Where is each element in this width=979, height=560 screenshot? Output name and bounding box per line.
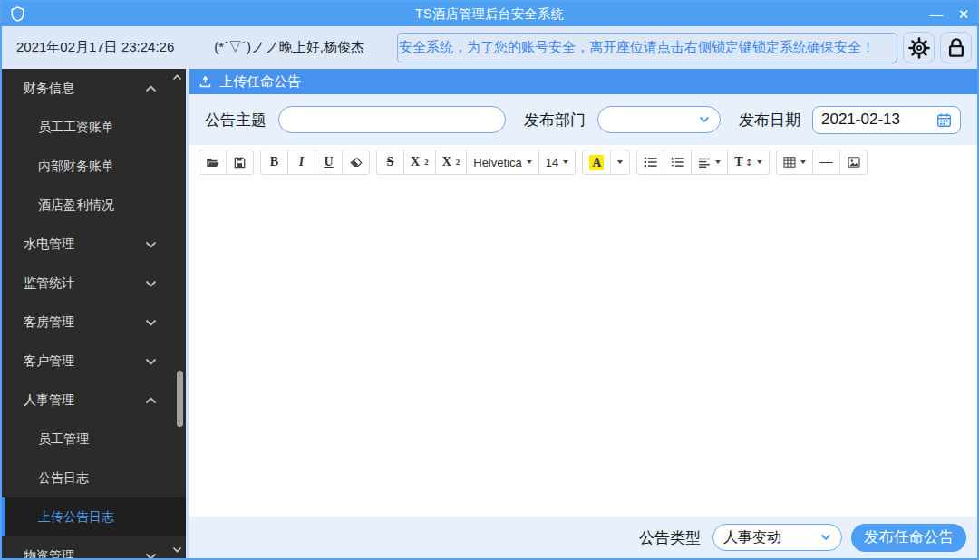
chevron-up-icon <box>145 397 157 404</box>
greeting-label: (*´▽`)ノノ晚上好,杨俊杰 <box>214 39 364 56</box>
footer-bar: 公告类型 人事变动 发布任命公告 <box>189 517 977 558</box>
caret-down-icon <box>617 160 623 164</box>
bold-button[interactable]: B <box>260 150 288 175</box>
scroll-up-arrow[interactable] <box>172 74 182 81</box>
rich-text-editor: B I U S X2 X2 Hel <box>189 145 977 517</box>
chevron-down-icon <box>145 280 157 287</box>
font-size-dropdown[interactable]: 14 <box>538 150 576 175</box>
editor-toolbar: B I U S X2 X2 Hel <box>189 145 977 179</box>
sidebar-item-hr-management[interactable]: 人事管理 <box>2 381 186 420</box>
font-color-swatch: A <box>589 155 604 170</box>
publish-date-value: 2021-02-13 <box>821 111 900 129</box>
minimize-button[interactable]: — <box>923 2 950 26</box>
unordered-list-icon <box>644 157 657 168</box>
editor-text-area[interactable] <box>189 179 977 517</box>
announcement-type-value: 人事变动 <box>723 528 781 547</box>
horizontal-rule-button[interactable]: — <box>812 150 840 175</box>
table-icon <box>783 157 796 168</box>
sidebar-item-customer-management[interactable]: 客户管理 <box>2 342 186 381</box>
announcement-type-select[interactable]: 人事变动 <box>712 524 842 551</box>
caret-down-icon <box>563 160 568 164</box>
department-label: 发布部门 <box>524 110 586 130</box>
unordered-list-button[interactable] <box>636 150 664 175</box>
save-button[interactable] <box>226 150 254 175</box>
italic-button[interactable]: I <box>287 150 315 175</box>
line-height-dropdown[interactable]: T↕ <box>727 150 770 175</box>
app-window: TS酒店管理后台安全系统 — ✕ 2021年02月17日 23:24:26 (*… <box>0 0 979 560</box>
subject-input[interactable] <box>278 106 506 133</box>
subscript-button[interactable]: X2 <box>435 150 468 175</box>
font-family-dropdown[interactable]: Helvetica <box>466 150 538 175</box>
sidebar-item-hotel-profit[interactable]: 酒店盈利情况 <box>2 186 186 225</box>
publish-date-label: 发布日期 <box>739 110 800 130</box>
paragraph-align-dropdown[interactable] <box>691 150 728 175</box>
chevron-down-icon <box>145 319 157 326</box>
sidebar-item-announcement-log[interactable]: 公告日志 <box>2 459 186 497</box>
info-bar: 2021年02月17日 23:24:26 (*´▽`)ノノ晚上好,杨俊杰 安全系… <box>2 26 977 69</box>
subject-label: 公告主题 <box>205 110 267 130</box>
sidebar-item-finance-info[interactable]: 财务信息 <box>2 69 186 108</box>
sidebar-item-supplies-management[interactable]: 物资管理 <box>2 536 186 558</box>
caret-down-icon <box>757 160 762 164</box>
department-select[interactable] <box>597 106 721 133</box>
close-button[interactable]: ✕ <box>950 2 977 26</box>
notice-text: 安全系统，为了您的账号安全，离开座位请点击右侧锁定键锁定系统确保安全！ <box>399 39 875 56</box>
datetime-label: 2021年02月17日 23:24:26 <box>16 39 174 56</box>
insert-table-dropdown[interactable] <box>776 150 813 175</box>
page-title: 上传任命公告 <box>219 73 301 91</box>
save-icon <box>234 157 246 169</box>
scroll-down-arrow[interactable] <box>172 546 182 553</box>
chevron-down-icon <box>145 553 157 559</box>
caret-down-icon <box>800 160 806 164</box>
calendar-icon <box>936 112 952 128</box>
title-bar: TS酒店管理后台安全系统 — ✕ <box>2 2 977 26</box>
insert-image-button[interactable] <box>839 150 868 175</box>
chevron-down-icon <box>820 534 831 541</box>
window-title: TS酒店管理后台安全系统 <box>2 6 977 23</box>
chevron-down-icon <box>145 241 157 248</box>
align-left-icon <box>698 158 711 168</box>
open-file-button[interactable] <box>199 150 227 175</box>
font-color-button[interactable]: A <box>582 150 611 175</box>
lock-icon <box>946 37 966 58</box>
clear-format-button[interactable] <box>342 150 370 175</box>
sidebar-item-employee-management[interactable]: 员工管理 <box>2 420 186 459</box>
settings-button[interactable] <box>903 32 935 63</box>
announcement-type-label: 公告类型 <box>639 527 701 548</box>
page-header: 上传任命公告 <box>189 69 977 94</box>
sidebar-item-room-management[interactable]: 客房管理 <box>2 303 186 342</box>
image-icon <box>848 157 860 168</box>
sidebar-item-salary-bill[interactable]: 员工工资账单 <box>2 108 186 147</box>
gear-icon <box>908 37 930 59</box>
lock-button[interactable] <box>940 32 972 63</box>
chevron-down-icon <box>699 116 710 123</box>
font-color-dropdown[interactable] <box>610 150 630 175</box>
chevron-down-icon <box>145 358 157 365</box>
eraser-icon <box>350 157 363 168</box>
sidebar-item-internal-finance-bill[interactable]: 内部财务账单 <box>2 147 186 186</box>
caret-down-icon <box>527 160 532 164</box>
sidebar-item-supervision-stats[interactable]: 监管统计 <box>2 264 186 303</box>
strikethrough-button[interactable]: S <box>376 150 404 175</box>
announcement-form: 公告主题 发布部门 发布日期 2021-02-13 <box>189 94 977 145</box>
ordered-list-button[interactable] <box>664 150 692 175</box>
notice-marquee: 安全系统，为了您的账号安全，离开座位请点击右侧锁定键锁定系统确保安全！ 欢迎使用… <box>397 33 897 63</box>
superscript-button[interactable]: X2 <box>403 150 436 175</box>
publish-announcement-button[interactable]: 发布任命公告 <box>851 524 966 552</box>
sidebar-item-upload-announcement-log[interactable]: 上传公告日志 <box>2 497 186 536</box>
upload-icon <box>199 75 212 89</box>
chevron-up-icon <box>145 85 157 92</box>
caret-down-icon <box>715 160 721 164</box>
main-content: 上传任命公告 公告主题 发布部门 发布日期 2021-02-13 <box>189 69 977 558</box>
underline-button[interactable]: U <box>315 150 343 175</box>
ordered-list-icon <box>671 157 684 168</box>
publish-date-input[interactable]: 2021-02-13 <box>812 106 961 134</box>
sidebar-item-utilities[interactable]: 水电管理 <box>2 225 186 264</box>
hr-icon: — <box>820 155 833 169</box>
sidebar-scrollbar-thumb[interactable] <box>177 371 183 427</box>
folder-open-icon <box>206 157 219 169</box>
sidebar-nav: 财务信息 员工工资账单 内部财务账单 酒店盈利情况 水电管理 监管统计 客房管理 <box>2 69 186 558</box>
